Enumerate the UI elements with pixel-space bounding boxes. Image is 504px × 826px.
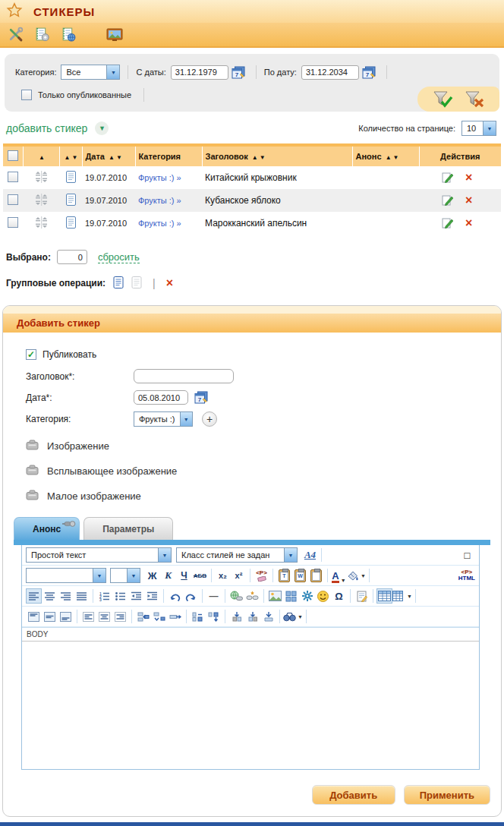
- per-page-select[interactable]: 10▼: [461, 121, 496, 136]
- strikethrough-icon[interactable]: АБВ: [192, 568, 208, 583]
- insert-column-icon[interactable]: [190, 609, 206, 624]
- cell-align-center-icon[interactable]: [96, 609, 112, 624]
- valign-bottom-icon[interactable]: [58, 609, 74, 624]
- maximize-icon[interactable]: □: [459, 547, 475, 563]
- align-center-icon[interactable]: [42, 588, 58, 604]
- date-from-input[interactable]: [171, 65, 228, 80]
- delete-column-icon[interactable]: [206, 609, 222, 624]
- image-manager-icon[interactable]: [106, 26, 124, 44]
- font-select[interactable]: ▼: [26, 568, 106, 583]
- css-class-select[interactable]: Класс стилей не задан▼: [176, 547, 298, 563]
- delete-icon[interactable]: ×: [465, 172, 472, 183]
- delete-icon[interactable]: ×: [465, 218, 472, 229]
- group-op-publish-icon[interactable]: [113, 276, 124, 290]
- row-checkbox[interactable]: [8, 172, 18, 182]
- title-input[interactable]: [134, 369, 234, 383]
- cell-align-right-icon[interactable]: [112, 609, 128, 624]
- section-small-image[interactable]: Малое изображение: [26, 490, 501, 502]
- preview-document-icon[interactable]: [66, 221, 76, 230]
- add-sticker-link[interactable]: добавить стикер: [6, 122, 87, 134]
- editor-canvas[interactable]: [22, 642, 479, 769]
- find-replace-icon[interactable]: ▼: [283, 609, 303, 624]
- group-op-delete-icon[interactable]: ×: [166, 278, 173, 288]
- calendar-icon[interactable]: 7: [194, 391, 208, 404]
- redo-icon[interactable]: [183, 588, 199, 604]
- underline-icon[interactable]: Ч: [176, 568, 192, 583]
- reorder-icon[interactable]: [35, 198, 48, 207]
- preview-document-icon[interactable]: [66, 198, 76, 207]
- edit-icon[interactable]: [442, 172, 453, 184]
- merge-cells-icon[interactable]: [260, 609, 276, 624]
- row-checkbox[interactable]: [8, 194, 18, 205]
- special-char-icon[interactable]: Ω: [331, 588, 347, 604]
- reset-selection-link[interactable]: сбросить: [98, 251, 140, 263]
- category-select[interactable]: Фрукты :)▼: [134, 411, 193, 427]
- align-left-icon[interactable]: [26, 588, 42, 604]
- insert-table-icon[interactable]: [376, 588, 392, 604]
- date-input[interactable]: [134, 390, 188, 405]
- bold-icon[interactable]: Ж: [144, 568, 160, 583]
- stickers-web-icon[interactable]: [59, 26, 77, 44]
- sort-order-asc[interactable]: ▲: [65, 154, 71, 161]
- bullet-list-icon[interactable]: [112, 588, 128, 604]
- selected-count-input[interactable]: [57, 250, 87, 264]
- delete-cell-icon[interactable]: [244, 609, 260, 624]
- smiley-icon[interactable]: [315, 588, 331, 604]
- element-path-bar[interactable]: BODY: [22, 627, 479, 642]
- calendar-icon[interactable]: 7: [232, 66, 245, 79]
- reorder-icon[interactable]: [35, 175, 48, 184]
- row-category-arrow[interactable]: »: [177, 196, 181, 205]
- select-all-checkbox[interactable]: [8, 150, 18, 161]
- tab-announce[interactable]: Анонс: [14, 517, 80, 540]
- calendar-icon[interactable]: 7: [362, 66, 376, 79]
- row-category-link[interactable]: Фрукты :): [138, 196, 175, 205]
- italic-icon[interactable]: K: [160, 568, 176, 583]
- row-category-link[interactable]: Фрукты :): [138, 173, 175, 182]
- remove-link-icon[interactable]: [244, 588, 260, 604]
- insert-template-icon[interactable]: [354, 588, 370, 604]
- plugins-gear-icon[interactable]: [299, 588, 315, 604]
- insert-media-icon[interactable]: [283, 588, 299, 604]
- text-color-icon[interactable]: A▼: [331, 568, 347, 583]
- apply-filter-icon[interactable]: [432, 90, 453, 109]
- row-checkbox[interactable]: [8, 217, 18, 228]
- row-category-link[interactable]: Фрукты :): [138, 219, 175, 228]
- font-size-select[interactable]: ▼: [110, 568, 140, 583]
- edit-icon[interactable]: [442, 194, 453, 207]
- superscript-icon[interactable]: x²: [231, 568, 247, 583]
- sort-title-desc[interactable]: ▼: [260, 154, 266, 161]
- published-only-checkbox[interactable]: [21, 90, 32, 100]
- valign-top-icon[interactable]: [26, 609, 42, 624]
- sort-announce-asc[interactable]: ▲: [386, 154, 392, 161]
- sort-order-desc[interactable]: ▼: [71, 154, 77, 161]
- insert-image-icon[interactable]: [267, 588, 283, 604]
- tab-params[interactable]: Параметры: [83, 517, 173, 540]
- insert-row-before-icon[interactable]: [135, 609, 151, 624]
- undo-icon[interactable]: [167, 588, 183, 604]
- fill-color-icon[interactable]: ▼: [347, 568, 366, 583]
- sort-title-asc[interactable]: ▲: [252, 154, 258, 161]
- publish-checkbox[interactable]: ✓: [26, 349, 36, 360]
- paragraph-style-select[interactable]: Простой текст▼: [26, 547, 172, 563]
- horizontal-rule-icon[interactable]: —: [206, 588, 222, 604]
- outdent-icon[interactable]: [128, 588, 144, 604]
- insert-cell-icon[interactable]: [228, 609, 244, 624]
- reorder-icon[interactable]: [35, 221, 48, 230]
- date-to-input[interactable]: [301, 65, 359, 80]
- sort-date-asc[interactable]: ▲: [109, 154, 115, 161]
- sort-announce-desc[interactable]: ▼: [393, 154, 399, 161]
- row-category-arrow[interactable]: »: [177, 219, 181, 228]
- paste-plain-icon[interactable]: T: [276, 568, 292, 583]
- row-category-arrow[interactable]: »: [177, 173, 181, 182]
- paste-word-icon[interactable]: W: [292, 568, 308, 583]
- html-source-icon[interactable]: <P>HTML: [458, 569, 475, 582]
- section-popup-image[interactable]: Всплывающее изображение: [26, 465, 501, 477]
- indent-icon[interactable]: [144, 588, 160, 604]
- cell-align-left-icon[interactable]: [80, 609, 96, 624]
- insert-link-icon[interactable]: [228, 588, 244, 604]
- paste-icon[interactable]: [308, 568, 324, 583]
- reset-filter-icon[interactable]: [464, 90, 485, 109]
- stickers-config-icon[interactable]: [33, 26, 51, 44]
- add-button[interactable]: Добавить: [312, 785, 395, 805]
- subscript-icon[interactable]: x₂: [215, 568, 231, 583]
